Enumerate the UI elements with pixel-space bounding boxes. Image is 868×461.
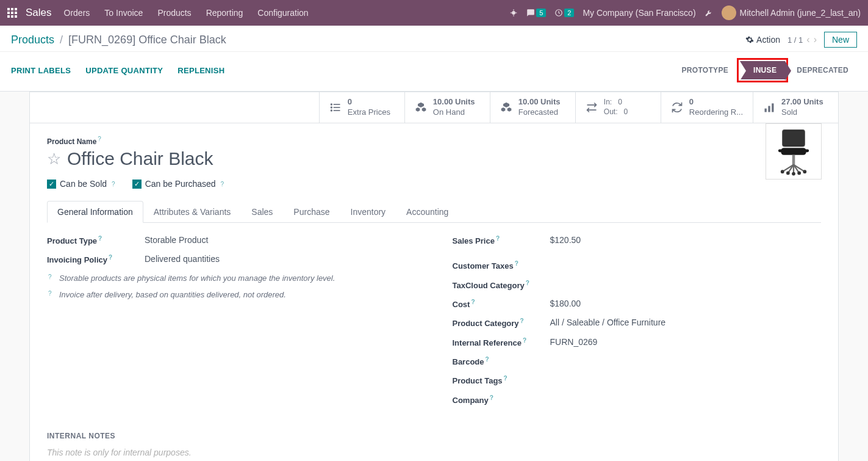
breadcrumb-current: [FURN_0269] Office Chair Black	[68, 34, 226, 46]
favorite-star-icon[interactable]: ☆	[47, 150, 61, 169]
svg-rect-6	[7, 15, 10, 18]
details-grid: Product Type? Storable Product Invoicing…	[47, 235, 821, 413]
nav-orders[interactable]: Orders	[64, 8, 90, 18]
pager: 1 / 1 ‹ ›	[787, 34, 817, 45]
field-value[interactable]: All / Saleable / Office Furniture	[550, 318, 666, 327]
status-inuse[interactable]: INUSE	[740, 61, 785, 79]
tab-inventory[interactable]: Inventory	[340, 201, 396, 222]
stat-val: 27.00 Units	[781, 97, 823, 107]
nav-configuration[interactable]: Configuration	[257, 8, 308, 18]
tab-sales[interactable]: Sales	[241, 201, 283, 222]
nav-reporting[interactable]: Reporting	[206, 8, 243, 18]
help-icon[interactable]: ?	[504, 375, 508, 382]
right-col: Sales Price? $120.50 Customer Taxes? Tax…	[453, 235, 822, 413]
update-quantity-button[interactable]: UPDATE QUANTITY	[85, 66, 163, 75]
svg-rect-28	[778, 150, 783, 153]
field-value[interactable]: $120.50	[550, 235, 581, 245]
help-icon[interactable]: ?	[515, 260, 518, 267]
stat-forecasted[interactable]: 10.00 UnitsForecasted	[490, 92, 575, 123]
new-button[interactable]: New	[824, 32, 857, 48]
field-value[interactable]: $180.00	[550, 299, 581, 308]
tools-icon[interactable]	[705, 9, 713, 17]
svg-point-40	[792, 172, 795, 176]
out-label: Out:	[604, 107, 618, 117]
field-product-type: Product Type? Storable Product	[47, 235, 416, 245]
help-icon[interactable]: ?	[98, 136, 101, 142]
stat-in-out[interactable]: In:0 Out:0	[575, 92, 661, 123]
activities-icon[interactable]: 2	[554, 9, 574, 17]
field-label-text: Sales Price	[453, 236, 495, 245]
breadcrumb-root[interactable]: Products	[11, 34, 54, 46]
tab-attributes[interactable]: Attributes & Variants	[143, 201, 242, 222]
checkbox-icon: ✓	[132, 180, 142, 189]
help-icon[interactable]: ?	[520, 318, 524, 324]
nav-products[interactable]: Products	[157, 8, 191, 18]
apps-icon[interactable]	[7, 8, 17, 18]
field-value[interactable]: Storable Product	[145, 235, 208, 245]
tab-purchase[interactable]: Purchase	[283, 201, 340, 222]
can-be-sold-check[interactable]: ✓Can be Sold?	[47, 179, 115, 189]
field-label-text: TaxCloud Category	[453, 281, 525, 290]
pager-next-icon[interactable]: ›	[814, 34, 817, 45]
svg-rect-21	[765, 109, 767, 112]
status-prototype[interactable]: PROTOTYPE	[673, 61, 737, 79]
help-icon[interactable]: ?	[526, 280, 529, 286]
breadcrumb-sep: /	[60, 34, 63, 46]
tab-general[interactable]: General Information	[47, 201, 143, 223]
help-icon[interactable]: ?	[486, 356, 489, 363]
help-icon[interactable]: ?	[48, 290, 52, 297]
svg-rect-5	[15, 12, 17, 14]
svg-rect-4	[11, 12, 13, 14]
cubes-icon	[500, 101, 512, 114]
user-menu[interactable]: Mitchell Admin (june_2_last_an)	[722, 5, 861, 20]
tab-accounting[interactable]: Accounting	[396, 201, 459, 222]
can-be-purchased-check[interactable]: ✓Can be Purchased?	[132, 179, 224, 189]
tabs: General Information Attributes & Variant…	[47, 201, 821, 223]
checks-row: ✓Can be Sold? ✓Can be Purchased?	[47, 179, 821, 189]
help-icon[interactable]: ?	[490, 394, 493, 401]
help-icon[interactable]: ?	[98, 235, 102, 242]
help-icon[interactable]: ?	[48, 274, 52, 280]
stat-sold[interactable]: 27.00 UnitsSold	[753, 92, 838, 123]
messages-icon[interactable]: 5	[526, 9, 546, 17]
field-value[interactable]: FURN_0269	[550, 337, 598, 347]
pager-text[interactable]: 1 / 1	[787, 35, 803, 45]
field-value[interactable]: Delivered quantities	[145, 254, 220, 264]
app-brand[interactable]: Sales	[26, 7, 52, 19]
internal-notes-input[interactable]: This note is only for internal purposes.	[47, 448, 821, 457]
stat-val: 10.00 Units	[433, 97, 475, 107]
help-icon[interactable]: ?	[221, 181, 224, 187]
hint-text: Invoice after delivery, based on quantit…	[59, 290, 286, 300]
help-icon[interactable]: ?	[109, 254, 112, 261]
svg-rect-0	[7, 8, 10, 10]
hint-row-1: ? Storable products are physical items f…	[47, 274, 416, 284]
stat-reordering[interactable]: 0Reordering R...	[661, 92, 753, 123]
stat-on-hand[interactable]: 10.00 UnitsOn Hand	[404, 92, 490, 123]
help-icon[interactable]: ?	[523, 337, 526, 344]
svg-point-39	[797, 172, 801, 175]
nav-to-invoice[interactable]: To Invoice	[104, 8, 143, 18]
product-title[interactable]: Office Chair Black	[67, 148, 213, 169]
field-label-text: Barcode	[453, 357, 484, 366]
product-image[interactable]	[766, 123, 822, 180]
company-switcher[interactable]: My Company (San Francisco)	[583, 8, 695, 18]
bug-icon[interactable]	[509, 9, 518, 17]
field-label-text: Product Tags	[453, 377, 503, 386]
stat-extra-prices[interactable]: 0Extra Prices	[319, 92, 404, 123]
stat-val: 0	[348, 97, 390, 107]
help-icon[interactable]: ?	[471, 299, 475, 305]
replenish-button[interactable]: REPLENISH	[178, 66, 224, 75]
activities-badge: 2	[564, 9, 574, 17]
field-label-text: Product Type	[47, 236, 97, 245]
help-icon[interactable]: ?	[496, 235, 500, 242]
svg-rect-7	[11, 15, 13, 18]
action-menu[interactable]: Action	[745, 35, 780, 45]
header-row: Products / [FURN_0269] Office Chair Blac…	[0, 26, 868, 52]
help-icon[interactable]: ?	[112, 181, 115, 187]
pager-prev-icon[interactable]: ‹	[806, 34, 809, 45]
list-icon	[329, 101, 342, 114]
breadcrumb: Products / [FURN_0269] Office Chair Blac…	[11, 34, 745, 46]
in-val: 0	[618, 98, 622, 107]
status-deprecated[interactable]: DEPRECATED	[788, 61, 857, 79]
print-labels-button[interactable]: PRINT LABELS	[11, 66, 71, 75]
